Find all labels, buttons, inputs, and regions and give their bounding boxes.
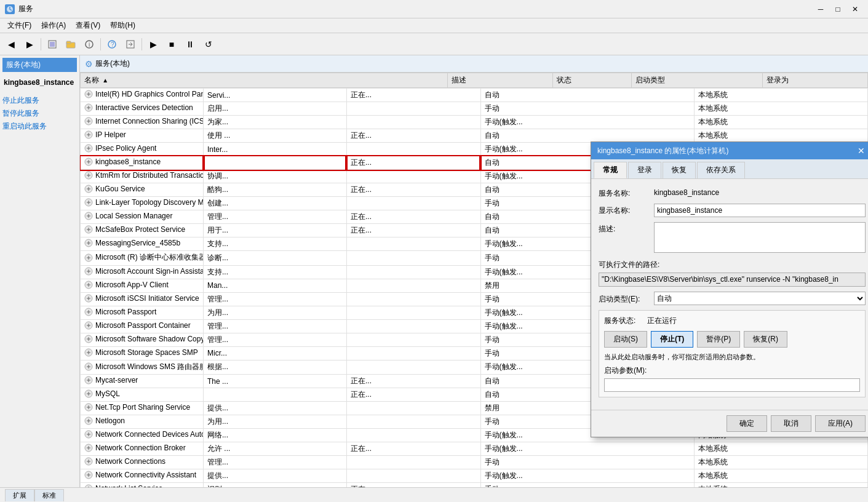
service-status-value: 正在运行	[647, 316, 677, 326]
cell-name: IPsec Policy Agent	[81, 143, 204, 156]
startup-type-select[interactable]: 自动手动禁用	[654, 292, 866, 305]
stop-service-button[interactable]: 停止(T)	[651, 331, 693, 348]
start-service-button[interactable]: 启动(S)	[604, 331, 647, 348]
forward-button[interactable]: ▶	[21, 36, 38, 53]
col-login[interactable]: 登录为	[763, 73, 868, 88]
apply-button[interactable]: 应用(A)	[815, 415, 866, 432]
minimize-button[interactable]: ─	[813, 3, 829, 15]
cancel-button[interactable]: 取消	[771, 415, 811, 432]
dialog-footer: 确定 取消 应用(A)	[591, 410, 868, 437]
tab-standard[interactable]: 标准	[34, 489, 64, 501]
stop-button[interactable]: ■	[163, 36, 180, 53]
display-name-input[interactable]	[654, 204, 866, 217]
properties-button[interactable]: i	[81, 36, 98, 53]
tab-login[interactable]: 登录	[628, 162, 661, 178]
dialog-close-button[interactable]: ✕	[856, 145, 867, 156]
table-row[interactable]: Internet Connection Sharing (ICS) 为家... …	[81, 116, 868, 129]
col-desc[interactable]: 描述	[448, 73, 553, 88]
description-textarea[interactable]	[654, 222, 866, 253]
table-row[interactable]: Network List Service 识别... 正在... 手动 本地系统	[81, 483, 868, 488]
table-row[interactable]: Network Connections 管理... 手动 本地系统	[81, 456, 868, 469]
cell-startup: 手动	[480, 483, 694, 488]
ok-button[interactable]: 确定	[727, 415, 767, 432]
title-bar: 服务 ─ □ ✕	[0, 0, 868, 18]
cell-desc	[204, 156, 347, 170]
cell-name: Net.Tcp Port Sharing Service	[81, 402, 204, 415]
cell-desc: 根据...	[204, 360, 347, 375]
play-button[interactable]: ▶	[145, 36, 162, 53]
restart-button[interactable]: ↺	[200, 36, 217, 53]
export-button[interactable]	[122, 36, 139, 53]
cell-status: 正在...	[346, 183, 480, 197]
startup-type-label: 启动类型(E):	[599, 292, 654, 305]
menu-view[interactable]: 查看(V)	[71, 19, 105, 32]
tab-dependencies[interactable]: 依存关系	[697, 162, 745, 178]
cell-status	[346, 469, 480, 483]
table-row[interactable]: Intel(R) HD Graphics Control Panel Servi…	[81, 89, 868, 102]
menu-help[interactable]: 帮助(H)	[105, 19, 140, 32]
pause-service-link[interactable]: 暂停此服务	[2, 107, 77, 120]
resume-service-button[interactable]: 恢复(R)	[744, 331, 787, 348]
up-button[interactable]	[44, 36, 61, 53]
cell-name: Internet Connection Sharing (ICS)	[81, 116, 204, 129]
restart-service-link[interactable]: 重启动此服务	[2, 120, 77, 133]
menu-action[interactable]: 操作(A)	[36, 19, 71, 32]
services-header-title: 服务(本地)	[95, 58, 130, 69]
cell-name: McSafeBox Protect Service	[81, 224, 204, 237]
cell-desc: 网络...	[204, 429, 347, 442]
cell-desc	[204, 388, 347, 402]
close-button[interactable]: ✕	[847, 3, 863, 15]
cell-startup: 手动	[480, 456, 694, 469]
col-status[interactable]: 状态	[552, 73, 631, 88]
tab-extended[interactable]: 扩展	[5, 489, 34, 501]
toolbar-separator-2	[100, 38, 101, 50]
pause-service-button[interactable]: 暂停(P)	[697, 331, 740, 348]
cell-startup: 手动(触发...	[480, 116, 694, 129]
description-label: 描述:	[599, 222, 654, 234]
cell-name: Interactive Services Detection	[81, 102, 204, 116]
cell-name: KtmRm for Distributed Transaction Coordi…	[81, 170, 204, 183]
service-status-label: 服务状态:	[604, 316, 647, 326]
description-row: 描述:	[599, 222, 866, 253]
cell-name: Local Session Manager	[81, 210, 204, 224]
cell-name: Network Connectivity Assistant	[81, 469, 204, 483]
properties-dialog[interactable]: kingbase8_instance 的属性(本地计算机) ✕ 常规 登录 恢复…	[591, 141, 868, 437]
table-row[interactable]: Network Connectivity Assistant 提供... 手动(…	[81, 469, 868, 483]
cell-name: MessagingService_4585b	[81, 237, 204, 251]
table-row[interactable]: Network Connection Broker 允许 ... 正在... 手…	[81, 442, 868, 456]
service-control-buttons: 启动(S) 停止(T) 暂停(P) 恢复(R)	[604, 331, 860, 348]
cell-status	[346, 456, 480, 469]
stop-service-link[interactable]: 停止此服务	[2, 94, 77, 107]
toolbar-separator-1	[41, 38, 41, 50]
table-row[interactable]: Interactive Services Detection 启用... 手动 …	[81, 102, 868, 116]
cell-startup: 手动(触发...	[480, 442, 694, 456]
menu-file[interactable]: 文件(F)	[2, 19, 36, 32]
cell-login: 本地系统	[694, 456, 867, 469]
tab-general[interactable]: 常规	[594, 162, 627, 178]
cell-status	[346, 360, 480, 375]
help-button[interactable]: ?	[103, 36, 121, 53]
cell-desc: 协调...	[204, 170, 347, 183]
dialog-tabs: 常规 登录 恢复 依存关系	[591, 159, 868, 179]
pause-button[interactable]: ⏸	[181, 36, 199, 53]
table-header-row: 名称 ▲ 描述 状态 启动类型 登录为	[81, 73, 868, 88]
cell-name: Microsoft Storage Spaces SMP	[81, 346, 204, 360]
dialog-content: 服务名称: kingbase8_instance 显示名称: 描述: 可执行文件…	[591, 179, 868, 410]
table-row[interactable]: IP Helper 使用 ... 正在... 自动 本地系统	[81, 129, 868, 143]
cell-status	[346, 279, 480, 292]
cell-status	[346, 319, 480, 333]
folder-button[interactable]	[62, 36, 79, 53]
maximize-button[interactable]: □	[830, 3, 846, 15]
tab-recovery[interactable]: 恢复	[663, 162, 696, 178]
back-button[interactable]: ◀	[2, 36, 20, 53]
status-bar: 扩展 标准	[0, 487, 868, 502]
toolbar: ◀ ▶ i ? ▶ ■ ⏸ ↺	[0, 33, 868, 55]
col-name[interactable]: 名称 ▲	[81, 73, 448, 88]
cell-status	[346, 402, 480, 415]
start-params-input[interactable]	[604, 378, 860, 392]
col-startup[interactable]: 启动类型	[631, 73, 762, 88]
cell-name: Mycat-server	[81, 375, 204, 388]
cell-status	[346, 116, 480, 129]
cell-login: 本地系统	[694, 89, 867, 102]
cell-status	[346, 292, 480, 306]
